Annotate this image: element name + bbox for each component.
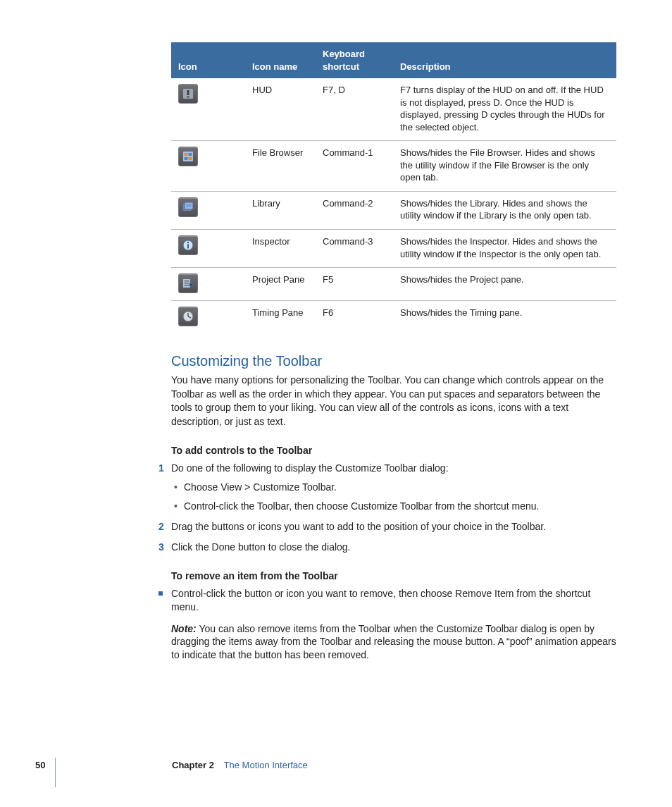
step-text: Do one of the following to display the C…: [171, 462, 449, 474]
th-icon: Icon: [171, 42, 245, 78]
step-number: 3: [158, 541, 164, 554]
note-label: Note:: [171, 623, 197, 634]
step-number: 2: [158, 520, 164, 534]
file-browser-icon: [178, 147, 198, 166]
cell-shortcut: Command-1: [316, 141, 393, 192]
cell-name: Inspector: [245, 230, 316, 268]
cell-shortcut: F6: [316, 301, 393, 334]
remove-item-step: Control-click the button or icon you wan…: [158, 587, 616, 662]
cell-shortcut: F5: [316, 268, 393, 301]
cell-shortcut: Command-2: [316, 191, 393, 229]
svg-rect-6: [185, 157, 188, 160]
subbullet: Choose View > Customize Toolbar.: [171, 481, 616, 494]
th-desc: Description: [393, 42, 616, 78]
cell-desc: Shows/hides the Project pane.: [393, 268, 616, 301]
add-controls-heading: To add controls to the Toolbar: [171, 444, 616, 457]
page-footer: 50 Chapter 2 The Motion Interface: [0, 759, 672, 780]
cell-shortcut: F7, D: [316, 78, 393, 141]
section-heading: Customizing the Toolbar: [171, 352, 616, 371]
svg-rect-7: [189, 157, 192, 160]
square-bullet-icon: [158, 591, 163, 596]
customizing-toolbar-section: Customizing the Toolbar You have many op…: [171, 352, 616, 662]
step-number: 1: [158, 462, 164, 475]
timing-pane-icon: [178, 307, 198, 326]
library-icon: [178, 197, 198, 217]
remove-item-heading: To remove an item from the Toolbar: [171, 569, 616, 583]
subbullet: Control-click the Toolbar, then choose C…: [171, 500, 616, 513]
step-text: Drag the buttons or icons you want to ad…: [171, 521, 546, 532]
step-text: Click the Done button to close the dialo…: [171, 541, 351, 553]
svg-rect-1: [187, 90, 189, 95]
footer-rule: [55, 758, 56, 787]
svg-point-13: [187, 242, 189, 244]
chapter-label: Chapter 2: [172, 760, 214, 770]
cell-desc: F7 turns display of the HUD on and off. …: [393, 78, 616, 141]
svg-rect-4: [185, 153, 188, 156]
chapter-title: The Motion Interface: [224, 760, 308, 770]
th-shortcut: Keyboard shortcut: [316, 42, 393, 78]
svg-rect-2: [187, 97, 189, 98]
toolbar-icons-table: Icon Icon name Keyboard shortcut Descrip…: [171, 42, 616, 333]
cell-name: Library: [245, 191, 316, 229]
table-row: File Browser Command-1 Shows/hides the F…: [171, 141, 616, 192]
page-number: 50: [35, 759, 45, 772]
cell-name: Timing Pane: [245, 301, 316, 334]
table-row: Timing Pane F6 Shows/hides the Timing pa…: [171, 301, 616, 334]
svg-rect-15: [185, 281, 189, 282]
hud-icon: [178, 84, 198, 104]
project-pane-icon: [178, 273, 198, 293]
svg-rect-5: [189, 153, 192, 156]
svg-rect-10: [186, 204, 192, 207]
section-intro: You have many options for personalizing …: [171, 374, 616, 429]
th-name: Icon name: [245, 42, 316, 78]
inspector-icon: [178, 235, 198, 255]
step-text: Control-click the button or icon you wan…: [158, 587, 616, 614]
cell-name: HUD: [245, 78, 316, 141]
cell-name: File Browser: [245, 141, 316, 192]
table-row: Project Pane F5 Shows/hides the Project …: [171, 268, 616, 301]
table-row: Library Command-2 Shows/hides the Librar…: [171, 191, 616, 229]
svg-rect-16: [185, 283, 189, 284]
svg-rect-12: [187, 245, 189, 249]
cell-desc: Shows/hides the Timing pane.: [393, 301, 616, 334]
cell-desc: Shows/hides the Library. Hides and shows…: [393, 191, 616, 229]
remove-note: Note: You can also remove items from the…: [158, 622, 616, 663]
add-controls-steps: 1 Do one of the following to display the…: [158, 462, 616, 553]
svg-rect-17: [185, 285, 189, 286]
add-controls-subbullets: Choose View > Customize Toolbar. Control…: [171, 481, 616, 513]
cell-name: Project Pane: [245, 268, 316, 301]
cell-desc: Shows/hides the File Browser. Hides and …: [393, 141, 616, 192]
svg-rect-19: [190, 284, 192, 285]
note-body: You can also remove items from the Toolb…: [171, 623, 616, 661]
cell-desc: Shows/hides the Inspector. Hides and sho…: [393, 230, 616, 268]
cell-shortcut: Command-3: [316, 230, 393, 268]
table-row: Inspector Command-3 Shows/hides the Insp…: [171, 230, 616, 268]
table-row: HUD F7, D F7 turns display of the HUD on…: [171, 78, 616, 141]
